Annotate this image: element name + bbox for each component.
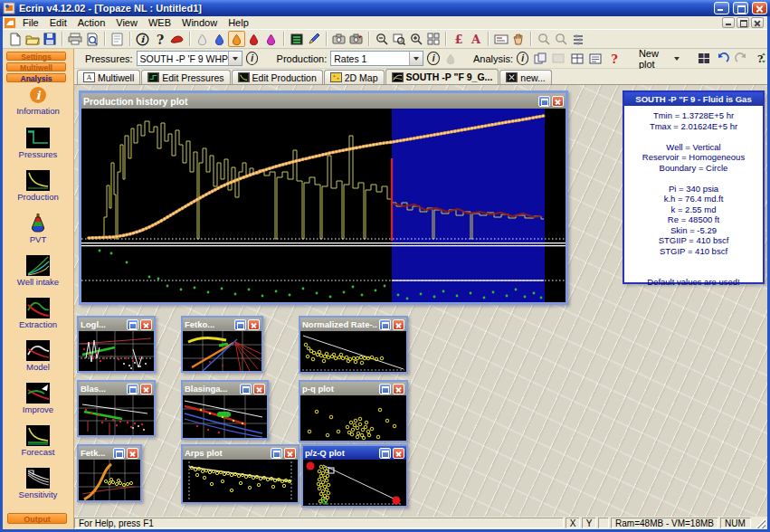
- menu-view[interactable]: View: [110, 17, 143, 28]
- window-titlebar[interactable]: Normalized Rate-...: [300, 318, 406, 331]
- help-icon[interactable]: ?: [151, 31, 168, 47]
- window-titlebar[interactable]: Arps plot: [183, 446, 298, 460]
- window-titlebar[interactable]: Logl...: [79, 318, 154, 331]
- tab-new[interactable]: new...: [499, 70, 551, 84]
- zoom-prev-icon[interactable]: [535, 31, 552, 47]
- maximize-button[interactable]: [271, 448, 282, 459]
- window-loglog-plot[interactable]: Logl...: [77, 316, 156, 373]
- module-amethyste-droplet-icon[interactable]: [262, 31, 280, 47]
- loglog-plot-canvas[interactable]: [79, 331, 154, 371]
- tab-edit-production[interactable]: Edit Production: [232, 70, 323, 84]
- module-rubis-droplet-icon[interactable]: [245, 31, 262, 47]
- zoom-window-icon[interactable]: [390, 31, 407, 47]
- sidebar-button-analysis[interactable]: Analysis: [6, 73, 66, 82]
- snapshot-all-icon[interactable]: [347, 31, 365, 47]
- close-button[interactable]: [140, 384, 152, 394]
- blasingame-small-canvas[interactable]: [79, 395, 154, 435]
- context-help-icon[interactable]: [168, 31, 185, 47]
- pressures-info-button[interactable]: i: [246, 52, 258, 65]
- window-fetkovich-plot[interactable]: Fetko...: [181, 316, 263, 373]
- maximize-button[interactable]: [379, 319, 391, 330]
- module-gray-droplet-icon[interactable]: [194, 31, 211, 47]
- window-titlebar[interactable]: Fetk...: [79, 446, 140, 460]
- window-pz-q-plot[interactable]: p/z-Q plot: [301, 444, 408, 508]
- maximize-button[interactable]: [127, 384, 138, 394]
- fetkovich2-plot-canvas[interactable]: [79, 460, 140, 500]
- tile-plots-icon[interactable]: [697, 51, 712, 67]
- blasingame-plot-canvas[interactable]: [183, 395, 267, 438]
- tab-multiwell[interactable]: A Multiwell: [77, 70, 140, 84]
- sidebar-item-sensitivity[interactable]: Sensitivity: [3, 468, 73, 510]
- production-combobox[interactable]: Rates 1: [330, 51, 423, 66]
- new-plot-button[interactable]: New plot: [635, 47, 683, 71]
- menu-web[interactable]: WEB: [143, 17, 176, 28]
- undo-icon[interactable]: [715, 51, 730, 67]
- sidebar-item-forecast[interactable]: Forecast: [3, 425, 73, 468]
- save-icon[interactable]: [41, 31, 58, 47]
- window-titlebar[interactable]: Blas...: [79, 382, 154, 395]
- close-button[interactable]: [552, 96, 564, 107]
- tab-edit-pressures[interactable]: Edit Pressures: [141, 70, 230, 84]
- tab-south-p-f9[interactable]: SOUTH -P "F 9_G...: [385, 69, 499, 84]
- menu-action[interactable]: Action: [72, 17, 111, 28]
- analysis-report-icon[interactable]: [588, 51, 604, 67]
- child-minimize-button[interactable]: [722, 17, 735, 28]
- arps-plot-canvas[interactable]: [183, 460, 298, 502]
- improve-help-icon[interactable]: ?: [606, 51, 622, 67]
- display-options-icon[interactable]: [569, 31, 586, 47]
- zoom-out-icon[interactable]: [373, 31, 390, 47]
- sidebar-item-production[interactable]: Production: [3, 170, 73, 213]
- scale-pound-icon[interactable]: £: [450, 31, 467, 47]
- copy-analysis-icon[interactable]: [532, 51, 547, 67]
- close-button[interactable]: [253, 384, 265, 394]
- sidebar-button-settings[interactable]: Settings: [6, 52, 66, 61]
- maximize-button[interactable]: [127, 319, 138, 330]
- maximize-button[interactable]: [113, 448, 125, 459]
- menu-window[interactable]: Window: [176, 17, 223, 28]
- print-preview-icon[interactable]: [83, 31, 100, 47]
- window-fetkovich2-plot[interactable]: Fetk...: [77, 444, 142, 502]
- close-button[interactable]: [752, 2, 767, 14]
- window-titlebar[interactable]: Blasinga...: [183, 382, 267, 395]
- scale-axes-icon[interactable]: A: [467, 31, 484, 47]
- fkey-box-icon[interactable]: [492, 31, 509, 47]
- data-list-icon[interactable]: [288, 31, 305, 47]
- normalized-rate-plot-canvas[interactable]: [300, 331, 406, 372]
- whats-this-icon[interactable]: ?: [752, 51, 767, 67]
- zoom-in-icon[interactable]: [407, 31, 424, 47]
- child-restore-button[interactable]: [737, 17, 749, 28]
- stgiip-marker[interactable]: [393, 497, 401, 505]
- module-topaze-droplet-icon[interactable]: [228, 31, 245, 47]
- snapshot-icon[interactable]: [330, 31, 347, 47]
- window-titlebar[interactable]: Fetko...: [183, 318, 261, 331]
- sidebar-item-information[interactable]: i Information: [3, 85, 73, 128]
- pan-hand-icon[interactable]: [509, 31, 527, 47]
- titlebar[interactable]: Ecrin v4.12.02 - [Topaze NL : Untitled1]: [0, 0, 770, 16]
- restore-button[interactable]: [733, 2, 748, 14]
- menu-file[interactable]: File: [17, 17, 44, 28]
- window-blasingame-small-plot[interactable]: Blas...: [77, 380, 156, 437]
- resize-grip[interactable]: [755, 518, 765, 528]
- analysis-table-icon[interactable]: [569, 51, 585, 67]
- production-info-button[interactable]: i: [427, 52, 439, 65]
- production-history-plot-canvas[interactable]: [81, 109, 566, 302]
- maximize-button[interactable]: [379, 384, 391, 394]
- minimize-button[interactable]: [714, 2, 729, 14]
- window-titlebar[interactable]: Production history plot: [81, 93, 566, 109]
- tab-2d-map[interactable]: 2D Map: [324, 70, 385, 84]
- window-blasingame-plot[interactable]: Blasinga...: [181, 380, 269, 440]
- sidebar-item-pvt[interactable]: PVT: [3, 213, 73, 255]
- window-production-history[interactable]: Production history plot: [79, 90, 568, 305]
- zoom-next-icon[interactable]: [552, 31, 569, 47]
- sidebar-item-pressures[interactable]: Pressures: [3, 128, 73, 170]
- pz-q-plot-canvas[interactable]: [303, 460, 406, 506]
- fetkovich-plot-canvas[interactable]: [183, 331, 261, 371]
- close-button[interactable]: [393, 384, 404, 394]
- sidebar-item-improve[interactable]: Improve: [3, 383, 73, 425]
- pq-plot-canvas[interactable]: [300, 395, 406, 441]
- close-button[interactable]: [393, 319, 404, 330]
- close-button[interactable]: [140, 319, 152, 330]
- window-titlebar[interactable]: p-q plot: [300, 382, 406, 395]
- sidebar-item-well-intake[interactable]: Well intake: [3, 255, 73, 298]
- menu-help[interactable]: Help: [223, 17, 254, 28]
